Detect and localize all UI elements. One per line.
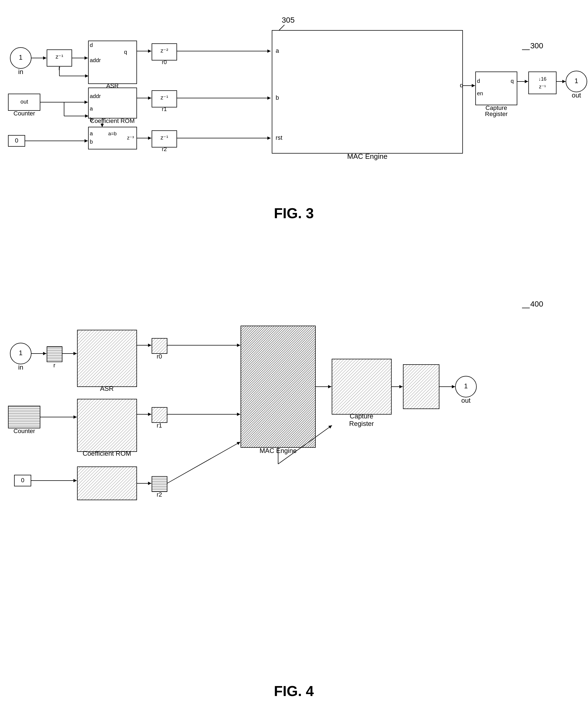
fig4-cap-label2: Register bbox=[349, 420, 374, 427]
fig4-mac-block bbox=[241, 326, 315, 447]
fig3-mac-port-q: q bbox=[460, 82, 463, 89]
fig3-ref: 300 bbox=[530, 41, 543, 50]
fig3-down-arrow: ↓16 bbox=[538, 76, 546, 82]
fig3-cap-label2: Register bbox=[485, 110, 508, 118]
fig4-next-block bbox=[403, 364, 439, 409]
fig3-out-label: out bbox=[572, 91, 581, 99]
fig3-mac-port-rst: rst bbox=[276, 134, 282, 141]
fig3-mac-label: MAC Engine bbox=[347, 152, 387, 161]
fig4-cap-label: Capture bbox=[350, 413, 373, 420]
svg-line-4 bbox=[279, 25, 285, 30]
fig4-out-label: out bbox=[461, 397, 470, 404]
fig3-coeff-addr: addr bbox=[90, 93, 101, 99]
fig3-zero-text: 0 bbox=[15, 137, 18, 144]
fig4-r2-block bbox=[152, 477, 167, 492]
fig3-comp-ab: a=b bbox=[108, 131, 117, 136]
fig3-downsample-block bbox=[529, 72, 556, 94]
fig3-down-z: z⁻¹ bbox=[539, 84, 546, 89]
fig3-cap-reg-block bbox=[476, 72, 517, 105]
fig4-cap-block bbox=[332, 359, 391, 414]
fig4-in-num: 1 bbox=[19, 349, 22, 357]
fig3-cap-q: q bbox=[511, 78, 514, 84]
fig3-counter-label: Counter bbox=[14, 110, 35, 117]
fig3-asr-addr: addr bbox=[90, 57, 101, 63]
fig4-title: FIG. 4 bbox=[274, 683, 314, 699]
fig3-comp-a: a bbox=[90, 130, 93, 136]
fig4-coeff-block bbox=[77, 399, 137, 451]
fig4-r-label: r bbox=[53, 362, 55, 369]
fig3-z2-text: z⁻² bbox=[161, 47, 168, 54]
fig3-cap-en: en bbox=[477, 90, 483, 97]
fig3-z1c-text: z⁻¹ bbox=[161, 134, 168, 141]
fig3-comp-z3: z⁻³ bbox=[127, 135, 134, 141]
fig3-r0-label: r0 bbox=[162, 59, 167, 65]
fig3-r2-label: r2 bbox=[162, 146, 167, 152]
fig4-in-label: in bbox=[18, 363, 23, 371]
fig3-coeff-a: a bbox=[90, 106, 93, 111]
fig3-cap-d: d bbox=[477, 78, 480, 84]
fig3-mac-ref: 305 bbox=[282, 16, 295, 24]
fig3-in-num: 1 bbox=[19, 54, 22, 61]
fig3-asr-q: q bbox=[124, 49, 127, 55]
fig3-mac-block bbox=[272, 30, 463, 153]
fig4-comp-block bbox=[77, 467, 137, 500]
fig3-coeff-rom-block bbox=[88, 88, 137, 118]
fig4-r-block bbox=[47, 346, 62, 362]
fig3-z1b-text: z⁻¹ bbox=[161, 94, 168, 101]
fig4-out-num: 1 bbox=[464, 382, 467, 390]
fig4-r2-label: r2 bbox=[156, 491, 162, 498]
fig3-comp-b: b bbox=[90, 139, 93, 145]
fig3-out-num: 1 bbox=[574, 77, 578, 85]
fig3-title: FIG. 3 bbox=[274, 205, 314, 221]
fig3-asr-d: d bbox=[90, 42, 93, 48]
fig4-counter-block bbox=[8, 406, 40, 428]
fig3-mac-port-b: b bbox=[276, 94, 279, 101]
fig3-r1-label: r1 bbox=[162, 106, 167, 112]
diagram-container: FIG. 3 300 305 1 in z⁻¹ r d addr q ASR z… bbox=[0, 0, 588, 717]
fig3-coeff-b: b bbox=[90, 117, 93, 123]
fig4-line-r2-mac bbox=[167, 442, 240, 483]
fig3-counter-out-text: out bbox=[20, 99, 28, 105]
fig4-r0-label: r0 bbox=[156, 353, 162, 360]
fig4-r0-block bbox=[152, 338, 167, 354]
fig4-asr-block bbox=[77, 330, 137, 387]
fig3-mac-port-a: a bbox=[276, 47, 279, 54]
fig4-ref: 400 bbox=[530, 300, 543, 308]
fig4-coeff-label: Coefficient ROM bbox=[83, 450, 131, 457]
fig4-counter-label: Counter bbox=[14, 427, 35, 435]
fig3-z1-text: z⁻¹ bbox=[56, 54, 63, 60]
fig4-r1-block bbox=[152, 407, 167, 423]
fig4-zero-text: 0 bbox=[21, 477, 24, 484]
fig4-asr-label: ASR bbox=[100, 385, 113, 392]
fig3-coeff-label: Coefficient ROM bbox=[90, 118, 135, 124]
fig4-r1-label: r1 bbox=[156, 422, 162, 429]
fig3-in-label: in bbox=[18, 68, 23, 76]
